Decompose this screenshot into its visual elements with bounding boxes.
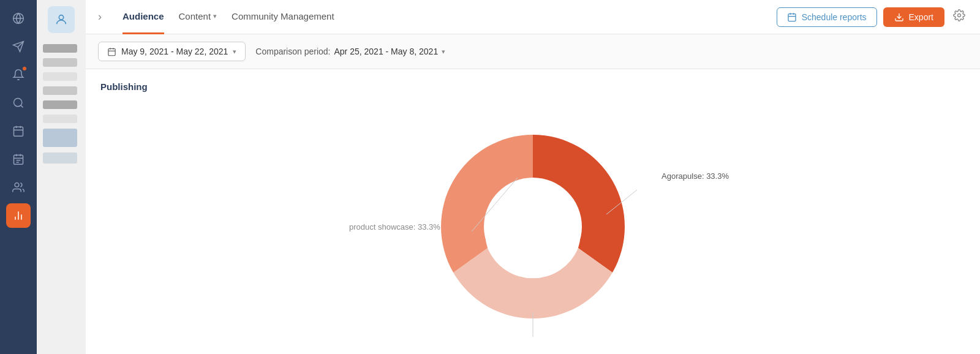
nav-item-community[interactable]: Community Management — [232, 0, 334, 34]
sidebar-item-analytics[interactable] — [6, 203, 31, 228]
nav-item-audience[interactable]: Audience — [123, 0, 164, 34]
ss-bar — [43, 72, 77, 81]
label-agorapulse: Agorapulse: 33.3% — [662, 171, 729, 181]
donut-svg — [423, 116, 643, 337]
ss-bars-group — [37, 38, 86, 170]
back-button[interactable]: › — [98, 10, 102, 23]
schedule-reports-button[interactable]: Schedule reports — [777, 7, 877, 27]
ss-bar — [43, 86, 77, 95]
calendar-icon — [107, 47, 116, 56]
header-nav: Audience Content ▾ Community Management — [123, 0, 758, 34]
date-dropdown-icon: ▾ — [233, 48, 236, 56]
ss-icon-profile[interactable] — [48, 6, 75, 33]
sidebar-item-users[interactable] — [6, 175, 31, 200]
ss-bar — [43, 58, 77, 67]
header-actions: Schedule reports Export — [777, 7, 968, 27]
content-dropdown-icon: ▾ — [213, 12, 217, 20]
download-icon — [894, 12, 904, 22]
ss-bar — [43, 100, 77, 109]
main-content: › Audience Content ▾ Community Managemen… — [86, 0, 980, 354]
sidebar-item-send[interactable] — [6, 34, 31, 59]
main-sidebar — [0, 0, 37, 354]
section-title: Publishing — [100, 81, 965, 92]
settings-button[interactable] — [951, 7, 968, 27]
sidebar-item-search-social[interactable] — [6, 91, 31, 115]
secondary-sidebar — [37, 0, 86, 354]
comparison-dropdown-icon: ▾ — [442, 48, 445, 56]
sidebar-item-bell[interactable] — [6, 62, 31, 87]
donut-chart: product showcase: 33.3% Agorapulse: 33.3… — [423, 116, 643, 337]
svg-point-20 — [59, 15, 63, 20]
svg-rect-21 — [788, 13, 796, 21]
ss-bar — [43, 115, 77, 123]
sidebar-item-calendar1[interactable] — [6, 119, 31, 143]
svg-rect-27 — [108, 48, 115, 55]
svg-line-5 — [21, 105, 23, 108]
nav-item-content[interactable]: Content ▾ — [179, 0, 217, 34]
date-range-picker[interactable]: May 9, 2021 - May 22, 2021 ▾ — [98, 42, 246, 61]
label-product-showcase: product showcase: 33.3% — [349, 222, 440, 232]
main-header: › Audience Content ▾ Community Managemen… — [86, 0, 980, 34]
donut-hole — [484, 178, 582, 276]
sidebar-item-list[interactable] — [6, 147, 31, 171]
export-button[interactable]: Export — [883, 7, 944, 27]
ss-bar — [43, 129, 77, 147]
schedule-icon — [787, 12, 797, 22]
svg-rect-10 — [14, 155, 23, 164]
svg-rect-6 — [14, 127, 23, 136]
content-area: Publishing product showcase: 33.3% Agora… — [86, 69, 980, 354]
chart-container: product showcase: 33.3% Agorapulse: 33.3… — [100, 104, 965, 349]
comparison-period: Comparison period: Apr 25, 2021 - May 8,… — [255, 47, 445, 56]
notification-badge — [22, 66, 27, 71]
sidebar-item-globe[interactable] — [6, 6, 31, 31]
ss-bar — [43, 44, 77, 53]
svg-point-16 — [15, 183, 19, 187]
ss-bar — [43, 153, 77, 164]
svg-point-26 — [958, 14, 961, 17]
date-toolbar: May 9, 2021 - May 22, 2021 ▾ Comparison … — [86, 34, 980, 69]
svg-point-4 — [14, 99, 22, 107]
